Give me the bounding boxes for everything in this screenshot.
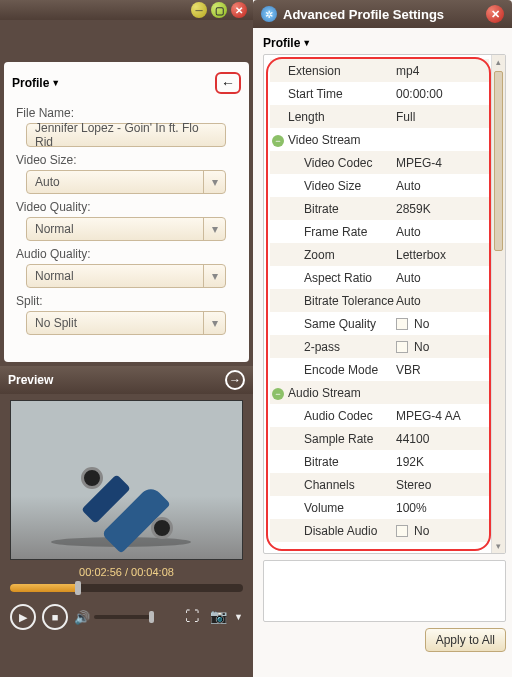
- scroll-thumb[interactable]: [494, 71, 503, 251]
- play-button[interactable]: ▶: [10, 604, 36, 630]
- row-length-label: Length: [270, 110, 396, 124]
- row-length-value[interactable]: Full: [396, 110, 489, 124]
- close-button[interactable]: ✕: [231, 2, 247, 18]
- row-extension-value[interactable]: mp4: [396, 64, 489, 78]
- row-zoom-value[interactable]: Letterbox: [396, 248, 489, 262]
- scrollbar[interactable]: ▴ ▾: [491, 55, 505, 553]
- checkbox-icon[interactable]: [396, 318, 408, 330]
- collapse-icon[interactable]: −: [272, 388, 284, 400]
- video-size-label: Video Size:: [16, 153, 241, 167]
- row-video-codec-label: Video Codec: [270, 156, 396, 170]
- video-size-select[interactable]: Auto▾: [26, 170, 226, 194]
- collapse-icon[interactable]: −: [272, 135, 284, 147]
- snapshot-icon[interactable]: 📷: [208, 608, 228, 626]
- row-aspect-ratio-label: Aspect Ratio: [270, 271, 396, 285]
- video-quality-value: Normal: [35, 222, 74, 236]
- profile-form: Profile▼ ← File Name: Jennifer Lopez - G…: [4, 62, 249, 362]
- row-video-codec-value[interactable]: MPEG-4: [396, 156, 489, 170]
- row-disable-audio-value[interactable]: No: [396, 524, 489, 538]
- scroll-up-icon[interactable]: ▴: [492, 55, 505, 69]
- video-quality-select[interactable]: Normal▾: [26, 217, 226, 241]
- chevron-down-icon: ▾: [203, 218, 225, 240]
- row-video-size-value[interactable]: Auto: [396, 179, 489, 193]
- row-same-quality-value[interactable]: No: [396, 317, 489, 331]
- description-textarea[interactable]: [263, 560, 506, 622]
- split-value: No Split: [35, 316, 77, 330]
- row-video-bitrate-label: Bitrate: [270, 202, 396, 216]
- preview-area: 00:02:56 / 00:04:08 ▶ ■ 🔊 ⛶ 📷 ▼: [0, 394, 253, 677]
- preview-next-button[interactable]: →: [225, 370, 245, 390]
- row-audio-stream[interactable]: −Audio Stream: [270, 386, 396, 400]
- preview-title: Preview: [8, 373, 53, 387]
- dialog-titlebar: ✲ Advanced Profile Settings ✕: [253, 0, 512, 28]
- snapshot-dropdown-icon[interactable]: ▼: [234, 612, 243, 622]
- row-sample-rate-value[interactable]: 44100: [396, 432, 489, 446]
- row-2pass-label: 2-pass: [270, 340, 396, 354]
- row-channels-value[interactable]: Stereo: [396, 478, 489, 492]
- profile-dropdown-label: Profile: [263, 36, 300, 50]
- profile-dropdown[interactable]: Profile▼: [263, 36, 506, 50]
- row-audio-codec-label: Audio Codec: [270, 409, 396, 423]
- seek-bar[interactable]: [10, 584, 243, 592]
- preview-image[interactable]: [10, 400, 243, 560]
- row-same-quality-label: Same Quality: [270, 317, 396, 331]
- settings-table: Extensionmp4 Start Time00:00:00 LengthFu…: [263, 54, 506, 554]
- profile-header[interactable]: Profile▼: [12, 76, 60, 90]
- checkbox-icon[interactable]: [396, 525, 408, 537]
- fullscreen-icon[interactable]: ⛶: [182, 608, 202, 626]
- preview-header: Preview →: [0, 366, 253, 394]
- split-select[interactable]: No Split▾: [26, 311, 226, 335]
- dialog-title: Advanced Profile Settings: [283, 7, 480, 22]
- row-video-size-label: Video Size: [270, 179, 396, 193]
- row-frame-rate-value[interactable]: Auto: [396, 225, 489, 239]
- file-name-input[interactable]: Jennifer Lopez - Goin' In ft. Flo Rid: [26, 123, 226, 147]
- video-size-value: Auto: [35, 175, 60, 189]
- row-frame-rate-label: Frame Rate: [270, 225, 396, 239]
- video-quality-label: Video Quality:: [16, 200, 241, 214]
- dropdown-icon: ▼: [302, 38, 311, 48]
- row-aspect-ratio-value[interactable]: Auto: [396, 271, 489, 285]
- row-volume-label: Volume: [270, 501, 396, 515]
- row-volume-value[interactable]: 100%: [396, 501, 489, 515]
- checkbox-icon[interactable]: [396, 341, 408, 353]
- row-2pass-value[interactable]: No: [396, 340, 489, 354]
- row-encode-mode-label: Encode Mode: [270, 363, 396, 377]
- profile-header-label: Profile: [12, 76, 49, 90]
- dropdown-icon: ▼: [51, 78, 60, 88]
- row-audio-bitrate-value[interactable]: 192K: [396, 455, 489, 469]
- row-sample-rate-label: Sample Rate: [270, 432, 396, 446]
- apply-to-all-button[interactable]: Apply to All: [425, 628, 506, 652]
- minimize-button[interactable]: ─: [191, 2, 207, 18]
- row-audio-bitrate-label: Bitrate: [270, 455, 396, 469]
- audio-quality-label: Audio Quality:: [16, 247, 241, 261]
- volume-slider[interactable]: [94, 615, 154, 619]
- file-name-label: File Name:: [16, 106, 241, 120]
- gear-icon: ✲: [261, 6, 277, 22]
- chevron-down-icon: ▾: [203, 312, 225, 334]
- volume-icon[interactable]: 🔊: [74, 610, 88, 625]
- file-name-value: Jennifer Lopez - Goin' In ft. Flo Rid: [35, 121, 217, 149]
- row-start-time-label: Start Time: [270, 87, 396, 101]
- row-zoom-label: Zoom: [270, 248, 396, 262]
- window-controls: ─ ▢ ✕: [0, 0, 253, 20]
- row-encode-mode-value[interactable]: VBR: [396, 363, 489, 377]
- row-disable-audio-label: Disable Audio: [270, 524, 396, 538]
- row-extension-label: Extension: [270, 64, 396, 78]
- timecode: 00:02:56 / 00:04:08: [10, 566, 243, 578]
- row-audio-codec-value[interactable]: MPEG-4 AA: [396, 409, 489, 423]
- scroll-down-icon[interactable]: ▾: [492, 539, 505, 553]
- row-video-stream[interactable]: −Video Stream: [270, 133, 396, 147]
- row-video-bitrate-value[interactable]: 2859K: [396, 202, 489, 216]
- chevron-down-icon: ▾: [203, 265, 225, 287]
- audio-quality-value: Normal: [35, 269, 74, 283]
- row-start-time-value[interactable]: 00:00:00: [396, 87, 489, 101]
- audio-quality-select[interactable]: Normal▾: [26, 264, 226, 288]
- stop-button[interactable]: ■: [42, 604, 68, 630]
- chevron-down-icon: ▾: [203, 171, 225, 193]
- maximize-button[interactable]: ▢: [211, 2, 227, 18]
- row-channels-label: Channels: [270, 478, 396, 492]
- row-bitrate-tolerance-value[interactable]: Auto: [396, 294, 489, 308]
- row-bitrate-tolerance-label: Bitrate Tolerance: [270, 294, 396, 308]
- back-button[interactable]: ←: [215, 72, 241, 94]
- dialog-close-button[interactable]: ✕: [486, 5, 504, 23]
